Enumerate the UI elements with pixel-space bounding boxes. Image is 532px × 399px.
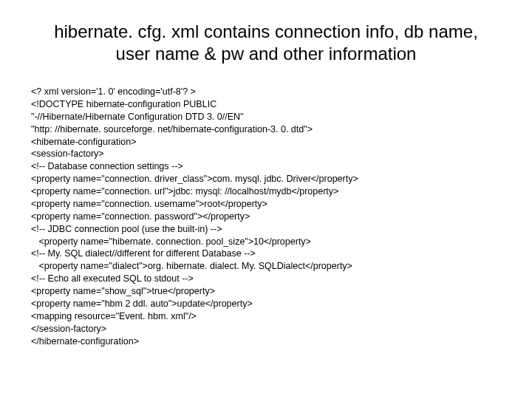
slide: hibernate. cfg. xml contains connection … (0, 0, 532, 399)
slide-title: hibernate. cfg. xml contains connection … (52, 21, 480, 65)
code-block: <? xml version='1. 0' encoding='utf-8'? … (31, 86, 502, 347)
